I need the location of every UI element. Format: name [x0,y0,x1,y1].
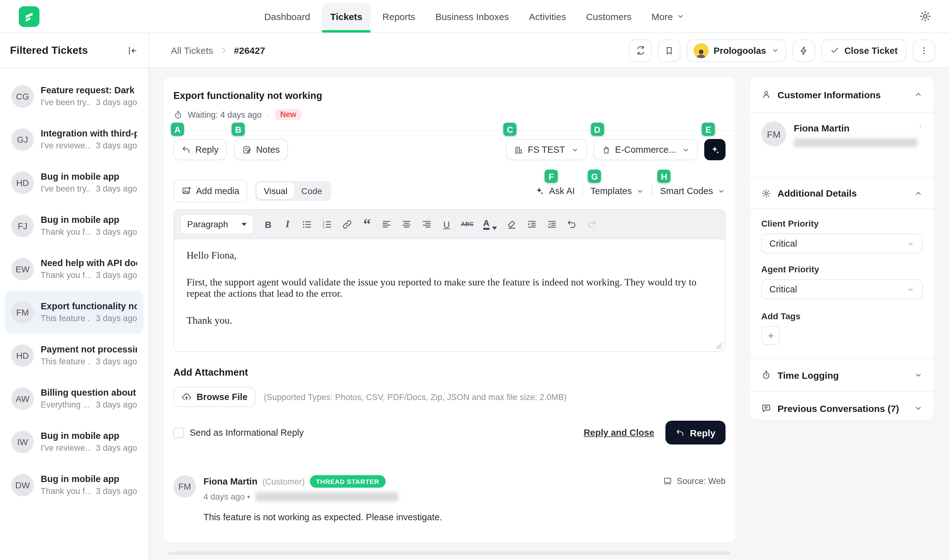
send-reply-label: Reply [690,427,715,438]
time-logging-header[interactable]: Time Logging [750,359,934,392]
avatar: CG [11,85,34,108]
list-item[interactable]: FJ Bug in mobile app Thank you f...3 day… [5,204,143,247]
add-tag-button[interactable] [761,326,780,345]
redo-button[interactable] [586,219,597,229]
thread-starter-badge: THREAD STARTER [309,475,385,488]
main-nav: Dashboard Tickets Reports Business Inbox… [256,0,693,32]
list-item[interactable]: AW Billing question about su... Everythi… [5,377,143,420]
align-center-button[interactable] [401,219,412,229]
person-icon [761,89,771,100]
add-attachment-heading: Add Attachment [174,366,726,379]
bold-button[interactable]: B [263,219,273,229]
lightning-icon [799,45,809,55]
next-message-collapsed-bar[interactable] [168,552,731,555]
align-right-button[interactable] [421,219,432,229]
underline-button[interactable]: U [441,219,452,229]
tab-code[interactable]: Code [294,183,329,199]
nav-more[interactable]: More [643,3,693,29]
refresh-button[interactable] [629,39,652,62]
nav-tickets[interactable]: Tickets [322,3,371,29]
italic-button[interactable]: I [283,218,293,230]
product-dropdown[interactable]: E-Commerce... [593,139,698,160]
more-options-button[interactable] [913,39,935,62]
align-left-button[interactable] [381,219,392,229]
kebab-icon[interactable] [918,122,923,131]
nav-dashboard[interactable]: Dashboard [256,3,318,29]
notes-tab-button[interactable]: Notes [234,139,288,160]
blockquote-button[interactable]: “ [362,220,372,229]
ticket-title: Bug in mobile app [41,172,137,182]
list-item[interactable]: HD Payment not processing ... This featu… [5,334,143,377]
reply-editor-textarea[interactable]: Hello Fiona, First, the support agent wo… [174,239,726,352]
nav-activities[interactable]: Activities [521,3,574,29]
automation-button[interactable] [792,39,815,62]
informational-reply-toggle[interactable]: Send as Informational Reply [174,427,304,438]
add-media-label: Add media [196,186,240,196]
list-item[interactable]: GJ Integration with third-pa... I've rev… [5,118,143,161]
reply-tab-label: Reply [195,145,218,155]
previous-conversations-header[interactable]: Previous Conversations (7) [750,392,934,420]
tab-visual[interactable]: Visual [257,183,295,199]
outdent-button[interactable] [546,219,557,229]
text-color-button[interactable]: A [483,218,497,230]
thread-starter-message: FM Fiona Martin (Customer) THREAD STARTE… [163,475,735,522]
app-logo[interactable] [19,6,40,27]
undo-button[interactable] [566,219,577,229]
informational-reply-checkbox[interactable] [174,427,184,438]
link-button[interactable] [342,219,353,229]
ticket-snippet: Thank you f... [41,271,91,280]
customer-info-header[interactable]: Customer Informations [750,77,934,113]
settings-button[interactable] [919,10,932,23]
assigned-agent-dropdown[interactable]: Prologoolas [687,39,786,62]
breadcrumb-chevron-icon [219,46,228,54]
bookmark-button[interactable] [658,39,680,62]
highlight-eraser-button[interactable] [506,219,517,229]
ticket-main-column: Export functionality not working Waiting… [149,68,735,555]
smart-codes-label: Smart Codes [660,186,713,196]
reply-and-close-link[interactable]: Reply and Close [584,428,654,438]
list-item[interactable]: DW Bug in mobile app Thank you f...3 day… [5,463,143,506]
ask-ai-button[interactable]: Ask AI [535,186,575,196]
business-inbox-dropdown[interactable]: FS TEST [506,139,587,160]
chevron-down-icon [682,146,690,154]
paragraph-style-select[interactable]: Paragraph [180,214,254,234]
nav-business-inboxes[interactable]: Business Inboxes [427,3,517,29]
annotation-label-f: F [544,170,558,183]
send-reply-button[interactable]: Reply [665,421,726,445]
ticket-time: 3 days ago [96,141,137,150]
header-actions: Prologoolas Close Ticket [629,39,935,62]
close-ticket-button[interactable]: Close Ticket [821,39,906,62]
nav-customers[interactable]: Customers [578,3,640,29]
smart-codes-dropdown[interactable]: Smart Codes [660,186,726,196]
list-item[interactable]: HD Bug in mobile app I've been try...3 d… [5,161,143,204]
collapse-sidebar-icon[interactable] [127,45,138,56]
list-item[interactable]: EW Need help with API docu... Thank you … [5,247,143,291]
list-item-selected[interactable]: FM Export functionality not ... This fea… [5,291,143,334]
bullet-list-button[interactable] [302,219,313,229]
ticket-snippet: This feature ... [41,314,91,323]
templates-dropdown[interactable]: Templates [591,186,644,196]
shopping-bag-icon [601,145,611,154]
indent-button[interactable] [526,219,537,229]
annotation-label-g: G [588,170,601,183]
customer-info-title: Customer Informations [777,89,908,100]
browse-file-button[interactable]: Browse File [174,387,256,407]
reply-tab-button[interactable]: Reply [174,139,227,160]
add-tags-label: Add Tags [761,311,923,321]
list-item[interactable]: IW Bug in mobile app I've reviewe...3 da… [5,420,143,463]
breadcrumb-all-tickets[interactable]: All Tickets [171,45,213,56]
client-priority-select[interactable]: Critical [761,234,923,254]
add-media-button[interactable]: Add media [174,180,248,202]
list-item[interactable]: CG Feature request: Dark m... I've been … [5,74,143,118]
annotation-label-a: A [171,123,184,136]
resize-handle-icon[interactable] [715,342,722,349]
additional-details-header[interactable]: Additional Details [750,178,934,209]
nav-reports[interactable]: Reports [374,3,423,29]
ai-assistant-button[interactable] [704,139,726,160]
numbered-list-button[interactable]: 123 [322,219,333,229]
ask-ai-label: Ask AI [549,186,575,196]
strikethrough-button[interactable]: ABC [461,221,474,227]
refresh-icon [635,45,646,56]
agent-priority-select[interactable]: Critical [761,279,923,299]
previous-conversations-title: Previous Conversations (7) [777,403,908,414]
